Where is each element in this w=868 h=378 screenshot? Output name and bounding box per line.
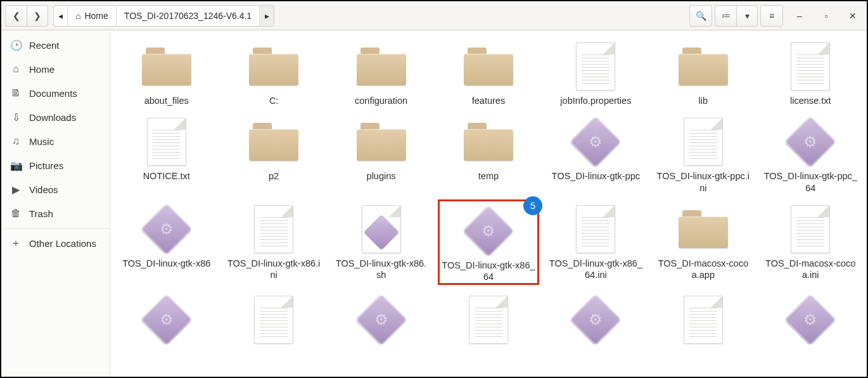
sidebar-icon: 🗎 — [10, 87, 22, 99]
path-home[interactable]: ⌂ Home — [68, 6, 117, 26]
file-item[interactable]: TOS_DI-linux-gtk-ppc.ini — [653, 112, 754, 194]
file-label: TOS_DI-macosx-cocoa.ini — [763, 258, 858, 282]
file-item[interactable]: ⚙ — [545, 290, 646, 348]
file-label: NOTICE.txt — [143, 170, 190, 182]
sidebar-icon: 🕑 — [10, 39, 22, 51]
menu-view-button[interactable]: ▾ — [736, 5, 758, 27]
search-button[interactable]: 🔍 — [689, 5, 712, 27]
sidebar-item-videos[interactable]: ▶Videos — [1, 177, 110, 201]
sidebar-item-recent[interactable]: 🕑Recent — [1, 33, 110, 57]
file-label: license.txt — [790, 95, 831, 107]
step-badge: 5 — [523, 196, 542, 215]
file-item[interactable] — [223, 290, 324, 348]
file-label: TOS_DI-linux-gtk-x86_64.ini — [548, 258, 643, 282]
exec-icon: ⚙ — [567, 294, 624, 346]
path-next-icon[interactable]: ▸ — [260, 6, 274, 26]
sidebar-item-label: Other Locations — [29, 238, 96, 249]
file-item[interactable]: TOS_DI-linux-gtk-x86.sh — [331, 199, 432, 286]
text-icon — [138, 116, 195, 168]
file-item[interactable]: features — [438, 37, 539, 107]
sidebar-icon: 🗑 — [10, 208, 22, 219]
sidebar-item-label: Music — [29, 136, 54, 147]
file-label: TOS_DI-linux-gtk-ppc.ini — [656, 170, 751, 194]
file-label: TOS_DI-linux-gtk-x86 — [122, 258, 210, 270]
file-item[interactable]: TOS_DI-macosx-cocoa.app — [653, 199, 754, 286]
folder-icon — [675, 203, 732, 255]
sidebar-item-label: Pictures — [29, 160, 63, 171]
file-item[interactable] — [438, 290, 539, 348]
file-label: p2 — [269, 170, 279, 182]
file-item[interactable]: plugins — [331, 112, 432, 194]
file-item[interactable]: ⚙TOS_DI-linux-gtk-ppc_64 — [760, 112, 861, 194]
text-icon — [245, 203, 302, 255]
file-item[interactable]: TOS_DI-linux-gtk-x86.ini — [223, 199, 324, 286]
sidebar-item-label: Downloads — [29, 112, 76, 123]
folder-icon — [460, 41, 517, 92]
file-item[interactable]: license.txt — [760, 37, 861, 107]
file-label: TOS_DI-linux-gtk-ppc_64 — [763, 170, 858, 194]
folder-icon — [460, 116, 517, 168]
maximize-button[interactable]: ▫ — [816, 6, 836, 26]
sidebar-item-trash[interactable]: 🗑Trash — [1, 201, 110, 225]
file-item[interactable]: configuration — [331, 37, 432, 107]
file-label: plugins — [367, 170, 396, 182]
file-label: configuration — [355, 95, 407, 107]
folder-icon — [353, 41, 410, 92]
sidebar-separator — [1, 228, 110, 229]
file-item[interactable]: lib — [653, 37, 754, 107]
sidebar-icon: ▶ — [10, 184, 22, 196]
file-item[interactable]: TOS_DI-macosx-cocoa.ini — [760, 199, 861, 286]
list-icon: ≔ — [722, 11, 731, 21]
file-label: TOS_DI-macosx-cocoa.app — [656, 258, 751, 282]
text-icon — [675, 116, 732, 168]
sidebar-icon: ⇩ — [10, 111, 22, 123]
file-view: about_filesC:configurationfeaturesjobInf… — [110, 30, 867, 377]
file-item[interactable]: about_files — [116, 37, 217, 107]
back-button[interactable]: ❮ — [5, 5, 27, 27]
text-icon — [782, 41, 839, 92]
sh-icon — [353, 203, 410, 255]
path-prev-icon[interactable]: ◂ — [54, 6, 68, 26]
toolbar: ❮ ❯ ◂ ⌂ Home TOS_DI-20170623_1246-V6.4.1… — [1, 1, 867, 30]
file-item[interactable]: TOS_DI-linux-gtk-x86_64.ini — [545, 199, 646, 286]
path-current-label: TOS_DI-20170623_1246-V6.4.1 — [124, 11, 252, 21]
plus-icon: ＋ — [10, 237, 22, 250]
sidebar-icon: 📷 — [10, 160, 22, 172]
sidebar-item-home[interactable]: ⌂Home — [1, 57, 110, 81]
file-item[interactable]: NOTICE.txt — [116, 112, 217, 194]
sidebar-item-label: Home — [29, 64, 54, 75]
text-icon — [245, 294, 302, 346]
file-item[interactable]: C: — [223, 37, 324, 107]
home-icon: ⌂ — [75, 11, 80, 21]
path-current[interactable]: TOS_DI-20170623_1246-V6.4.1 — [117, 6, 260, 26]
list-view-button[interactable]: ≔ — [715, 5, 736, 27]
sidebar-item-music[interactable]: ♫Music — [1, 129, 110, 153]
breadcrumb: ◂ ⌂ Home TOS_DI-20170623_1246-V6.4.1 ▸ — [53, 5, 274, 27]
file-item[interactable]: 5⚙TOS_DI-linux-gtk-x86_64 — [438, 199, 539, 286]
file-item[interactable]: ⚙ — [116, 290, 217, 348]
file-item[interactable]: ⚙ — [331, 290, 432, 348]
folder-icon — [138, 41, 195, 92]
file-item[interactable]: p2 — [223, 112, 324, 194]
file-label: about_files — [144, 95, 189, 107]
file-item[interactable]: ⚙ — [760, 290, 861, 348]
folder-icon — [245, 116, 302, 168]
file-item[interactable]: ⚙TOS_DI-linux-gtk-ppc — [545, 112, 646, 194]
hamburger-button[interactable]: ≡ — [760, 5, 783, 27]
sidebar-item-downloads[interactable]: ⇩Downloads — [1, 105, 110, 129]
file-item[interactable] — [653, 290, 754, 348]
file-item[interactable]: temp — [438, 112, 539, 194]
path-home-label: Home — [84, 11, 108, 21]
file-item[interactable]: jobInfo.properties — [545, 37, 646, 107]
sidebar-item-pictures[interactable]: 📷Pictures — [1, 153, 110, 177]
minimize-button[interactable]: – — [789, 6, 810, 26]
text-icon — [460, 294, 517, 346]
sidebar-icon: ♫ — [10, 135, 22, 147]
sidebar: 🕑Recent⌂Home🗎Documents⇩Downloads♫Music📷P… — [1, 30, 110, 377]
file-item[interactable]: ⚙TOS_DI-linux-gtk-x86 — [116, 199, 217, 286]
sidebar-other-locations[interactable]: ＋ Other Locations — [1, 231, 110, 255]
forward-button[interactable]: ❯ — [27, 5, 48, 27]
sidebar-item-documents[interactable]: 🗎Documents — [1, 81, 110, 105]
exec-icon: ⚙ — [353, 294, 410, 346]
close-button[interactable]: ✕ — [843, 6, 863, 26]
